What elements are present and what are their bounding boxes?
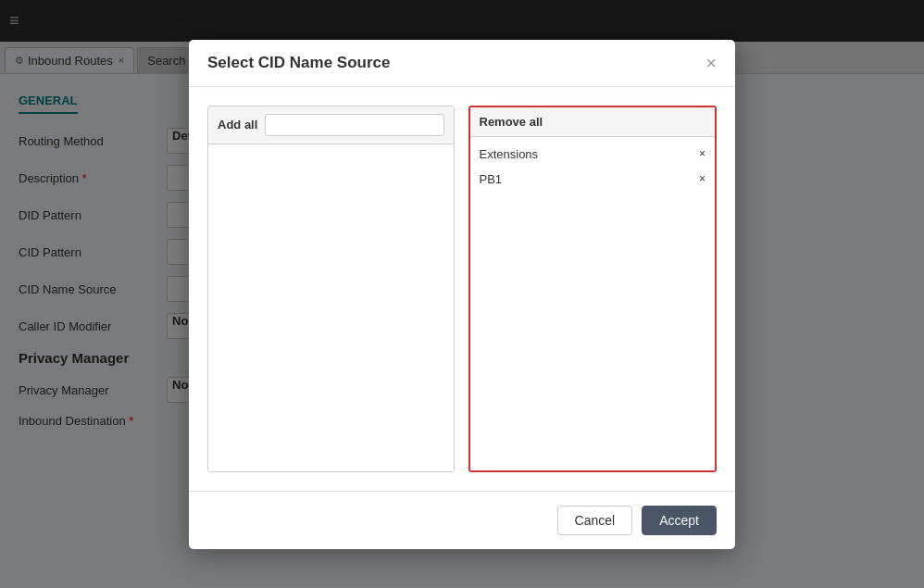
- available-list-body: [208, 144, 454, 471]
- select-cid-modal: Select CID Name Source × Add all: [189, 40, 735, 549]
- accept-button[interactable]: Accept: [642, 506, 717, 535]
- selected-list-header: Remove all: [470, 107, 716, 137]
- available-search-input[interactable]: [265, 114, 443, 136]
- list-item[interactable]: PB1 ×: [470, 167, 716, 192]
- selected-list-panel: Remove all Extensions × PB1 ×: [468, 106, 718, 472]
- cancel-button[interactable]: Cancel: [557, 506, 633, 535]
- modal-header: Select CID Name Source ×: [189, 40, 735, 87]
- selected-list-body: Extensions × PB1 ×: [470, 137, 716, 470]
- add-all-button[interactable]: Add all: [218, 118, 257, 131]
- modal-close-button[interactable]: ×: [705, 54, 717, 72]
- available-list-panel: Add all: [207, 106, 455, 472]
- modal-title: Select CID Name Source: [207, 54, 390, 72]
- available-list-header: Add all: [208, 106, 454, 144]
- remove-all-button[interactable]: Remove all: [480, 115, 543, 129]
- modal-body: Add all Remove all Extensions: [189, 87, 735, 491]
- remove-extensions-button[interactable]: ×: [699, 147, 705, 160]
- modal-footer: Cancel Accept: [189, 491, 735, 549]
- modal-overlay: Select CID Name Source × Add all: [0, 0, 924, 588]
- list-item-label: PB1: [480, 172, 503, 186]
- dual-list-container: Add all Remove all Extensions: [207, 106, 717, 472]
- list-item[interactable]: Extensions ×: [470, 142, 716, 167]
- remove-pb1-button[interactable]: ×: [699, 172, 705, 185]
- list-item-label: Extensions: [480, 147, 539, 161]
